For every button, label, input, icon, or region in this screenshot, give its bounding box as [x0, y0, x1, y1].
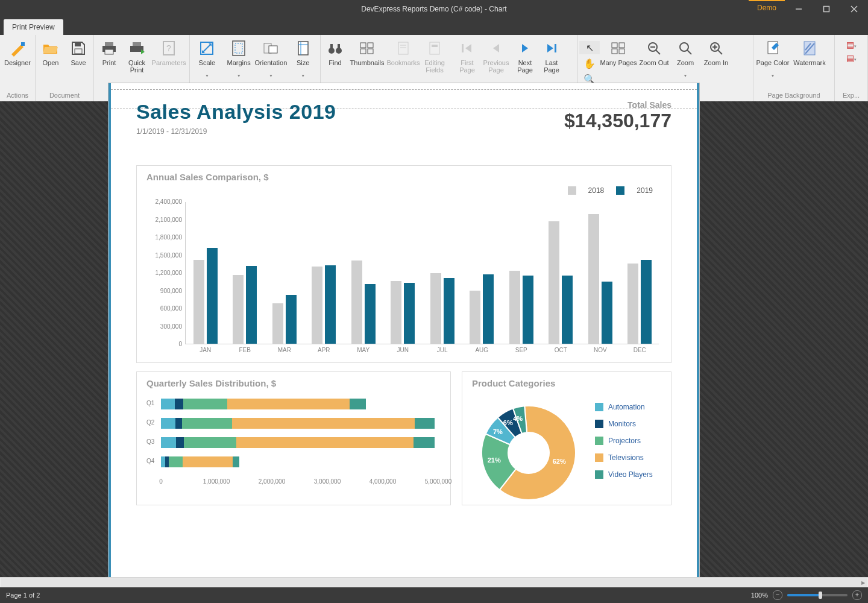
group-label: Exp...: [835, 92, 867, 101]
margins-icon: [230, 40, 247, 57]
export-pdf-icon[interactable]: ▤▾: [846, 40, 857, 49]
group-export: ▤▾ ▤▾ Exp...: [835, 35, 868, 101]
zoom-icon: [677, 40, 694, 57]
legend-swatch-2018: [568, 186, 576, 195]
quarterly-sales-chart: Quarterly Sales Distribution, $ Q1Q2Q3Q4…: [136, 371, 451, 505]
svg-line-17: [203, 44, 211, 52]
zoom-button[interactable]: Zoom▼: [671, 39, 700, 79]
zoom-control[interactable]: 100% − +: [751, 590, 862, 600]
chart-title: Quarterly Sales Distribution, $: [146, 378, 450, 388]
svg-rect-5: [21, 42, 25, 46]
annual-sales-chart: Annual Sales Comparison, $ 2018 2019 030…: [136, 165, 671, 363]
watermark-button[interactable]: Watermark: [791, 39, 828, 75]
chart-plot-area: 0300,000600,000900,0001,200,0001,500,000…: [185, 202, 659, 344]
orientation-icon: [262, 40, 279, 57]
svg-line-56: [718, 50, 722, 54]
svg-rect-38: [430, 42, 439, 54]
prev-page-button: Previous Page: [480, 39, 512, 75]
bookmarks-button: Bookmarks: [386, 39, 421, 75]
tab-row: Print Preview: [0, 18, 868, 35]
zoom-minus-icon[interactable]: −: [773, 590, 782, 600]
thumbnails-button[interactable]: Thumbnails: [348, 39, 386, 75]
parameters-icon: ?: [160, 40, 177, 57]
scale-button[interactable]: Scale▼: [191, 39, 223, 79]
legend-label: 2019: [637, 186, 653, 195]
watermark-icon: [801, 40, 818, 57]
group-label: Page Background: [753, 92, 834, 101]
svg-rect-30: [338, 44, 340, 49]
many-pages-icon: [610, 40, 627, 57]
orientation-button[interactable]: Orientation▼: [254, 39, 287, 79]
first-page-icon: [459, 40, 476, 57]
next-page-button[interactable]: Next Page: [512, 39, 538, 75]
horizontal-scrollbar[interactable]: ◀ ▶: [0, 577, 868, 587]
first-page-button: First Page: [454, 39, 480, 75]
demo-link[interactable]: Demo: [749, 0, 785, 14]
designer-icon: [9, 40, 26, 57]
bookmarks-icon: [395, 40, 412, 57]
svg-text:?: ?: [166, 43, 171, 53]
maximize-button[interactable]: [813, 0, 840, 18]
open-button[interactable]: Open: [37, 39, 64, 75]
svg-rect-1: [824, 7, 829, 12]
svg-rect-23: [269, 46, 277, 53]
last-page-button[interactable]: Last Page: [538, 39, 565, 75]
chart-legend: AutomationMonitorsProjectorsTelevisionsV…: [595, 399, 653, 483]
close-button[interactable]: [840, 0, 868, 18]
svg-rect-11: [133, 42, 141, 46]
svg-rect-33: [360, 49, 366, 54]
zoom-out-icon: [646, 40, 662, 57]
zoom-slider[interactable]: [787, 594, 848, 596]
svg-marker-41: [465, 44, 471, 52]
window-title: DevExpress Reports Demo (C# code) - Char…: [0, 5, 868, 13]
group-label: Actions: [0, 92, 35, 101]
editing-fields-icon: [426, 40, 443, 57]
tab-print-preview[interactable]: Print Preview: [4, 19, 63, 35]
scrollbar-thumb[interactable]: [1, 578, 867, 587]
margins-button[interactable]: Margins▼: [223, 39, 255, 79]
page-color-button[interactable]: Page Color▼: [755, 39, 791, 79]
svg-rect-10: [105, 49, 113, 54]
last-page-icon: [543, 40, 560, 57]
document-viewport[interactable]: Sales Analysis 2019 1/1/2019 - 12/31/201…: [102, 101, 705, 587]
editing-fields-button: Editing Fields: [421, 39, 448, 75]
export-mail-icon[interactable]: ▤▾: [846, 53, 857, 63]
svg-rect-35: [398, 42, 408, 54]
find-button[interactable]: Find: [322, 39, 348, 75]
page-indicator: Page 1 of 2: [6, 592, 40, 599]
scroll-right-icon[interactable]: ▶: [858, 578, 868, 587]
legend-swatch-2019: [616, 186, 624, 195]
svg-rect-46: [612, 43, 617, 48]
save-button[interactable]: Save: [64, 39, 92, 75]
total-sales-value: $14,350,177: [564, 110, 671, 132]
zoom-in-button[interactable]: Zoom In: [700, 39, 732, 75]
report-page: Sales Analysis 2019 1/1/2019 - 12/31/201…: [108, 83, 699, 593]
group-label: Document: [36, 92, 93, 101]
save-icon: [70, 40, 87, 57]
svg-rect-31: [360, 43, 366, 48]
quick-print-button[interactable]: Quick Print: [123, 39, 151, 75]
print-button[interactable]: Print: [95, 39, 123, 75]
svg-marker-42: [493, 44, 499, 52]
chart-title: Annual Sales Comparison, $: [146, 172, 671, 182]
svg-rect-34: [368, 49, 373, 54]
pointer-tools[interactable]: ↖ ✋ 🔍: [579, 39, 600, 86]
svg-rect-8: [105, 42, 113, 46]
zoom-plus-icon[interactable]: +: [852, 590, 862, 600]
svg-rect-32: [368, 43, 373, 48]
svg-marker-44: [547, 44, 553, 52]
svg-marker-43: [522, 44, 528, 52]
size-button[interactable]: Size▼: [287, 39, 319, 79]
workspace: Sales Analysis 2019 1/1/2019 - 12/31/201…: [0, 101, 868, 587]
designer-button[interactable]: Designer: [1, 39, 34, 75]
svg-rect-39: [432, 45, 438, 47]
many-pages-button[interactable]: Many Pages: [600, 39, 637, 75]
minimize-button[interactable]: [785, 0, 813, 18]
report-date-range: 1/1/2019 - 12/31/2019: [136, 127, 336, 136]
zoom-out-button[interactable]: Zoom Out: [637, 39, 671, 75]
chart-plot-area: 62%21%7%6%4%: [474, 399, 583, 507]
group-actions: Designer Actions: [0, 35, 36, 101]
svg-rect-21: [235, 43, 242, 53]
svg-rect-47: [619, 43, 624, 48]
pointer-icon: ↖: [579, 41, 600, 54]
